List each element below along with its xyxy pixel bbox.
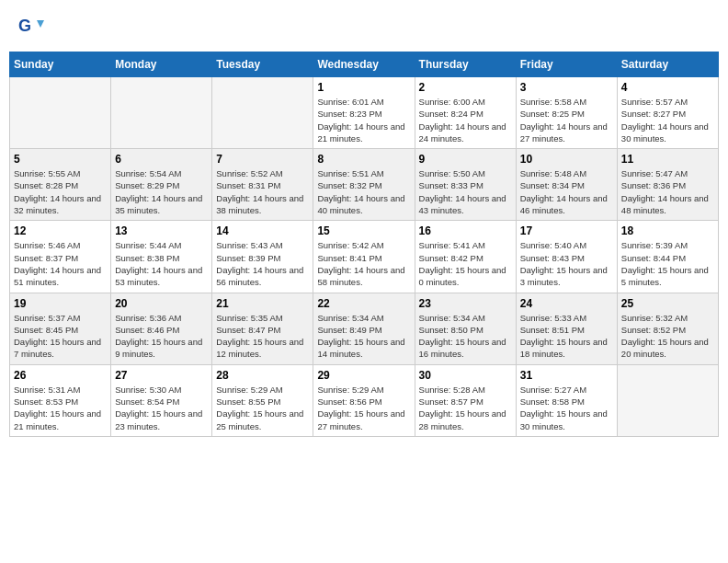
calendar-week-row: 19Sunrise: 5:37 AMSunset: 8:45 PMDayligh… xyxy=(10,293,719,364)
day-number: 16 xyxy=(419,224,512,237)
day-number: 22 xyxy=(317,297,410,310)
day-number: 12 xyxy=(14,224,107,237)
calendar-day: 7Sunrise: 5:52 AMSunset: 8:31 PMDaylight… xyxy=(212,149,313,221)
weekday-header: Saturday xyxy=(617,52,718,77)
page-header: G xyxy=(9,9,719,44)
day-info: Sunrise: 5:54 AMSunset: 8:29 PMDaylight:… xyxy=(115,167,208,216)
day-info: Sunrise: 5:57 AMSunset: 8:27 PMDaylight:… xyxy=(621,96,714,144)
calendar-day: 12Sunrise: 5:46 AMSunset: 8:37 PMDayligh… xyxy=(10,221,111,293)
calendar-day: 21Sunrise: 5:35 AMSunset: 8:47 PMDayligh… xyxy=(212,293,313,364)
day-info: Sunrise: 5:34 AMSunset: 8:50 PMDaylight:… xyxy=(419,312,512,361)
day-number: 11 xyxy=(621,153,714,166)
calendar-day: 8Sunrise: 5:51 AMSunset: 8:32 PMDaylight… xyxy=(313,149,415,221)
day-number: 1 xyxy=(317,81,410,94)
day-number: 24 xyxy=(520,297,613,310)
day-info: Sunrise: 5:42 AMSunset: 8:41 PMDaylight:… xyxy=(317,239,410,288)
day-info: Sunrise: 5:37 AMSunset: 8:45 PMDaylight:… xyxy=(14,312,107,361)
logo-icon: G xyxy=(17,13,44,40)
day-number: 5 xyxy=(14,153,107,166)
calendar-day: 22Sunrise: 5:34 AMSunset: 8:49 PMDayligh… xyxy=(313,293,415,364)
calendar-day: 30Sunrise: 5:28 AMSunset: 8:57 PMDayligh… xyxy=(415,364,516,436)
day-info: Sunrise: 5:52 AMSunset: 8:31 PMDaylight:… xyxy=(216,167,309,216)
calendar-day: 4Sunrise: 5:57 AMSunset: 8:27 PMDaylight… xyxy=(617,77,718,149)
day-number: 31 xyxy=(520,369,613,382)
calendar-day: 24Sunrise: 5:33 AMSunset: 8:51 PMDayligh… xyxy=(516,293,617,364)
day-number: 13 xyxy=(115,224,208,237)
calendar-day: 19Sunrise: 5:37 AMSunset: 8:45 PMDayligh… xyxy=(10,293,111,364)
calendar-day: 13Sunrise: 5:44 AMSunset: 8:38 PMDayligh… xyxy=(111,221,212,293)
day-info: Sunrise: 5:27 AMSunset: 8:58 PMDaylight:… xyxy=(520,384,613,432)
day-info: Sunrise: 5:47 AMSunset: 8:36 PMDaylight:… xyxy=(621,167,714,216)
day-number: 19 xyxy=(14,297,107,310)
weekday-header: Monday xyxy=(111,52,212,77)
svg-marker-1 xyxy=(37,20,44,28)
day-info: Sunrise: 6:01 AMSunset: 8:23 PMDaylight:… xyxy=(317,96,410,144)
calendar-day: 2Sunrise: 6:00 AMSunset: 8:24 PMDaylight… xyxy=(415,77,516,149)
day-number: 15 xyxy=(317,224,410,237)
calendar-day: 6Sunrise: 5:54 AMSunset: 8:29 PMDaylight… xyxy=(111,149,212,221)
day-info: Sunrise: 5:34 AMSunset: 8:49 PMDaylight:… xyxy=(317,312,410,361)
day-info: Sunrise: 6:00 AMSunset: 8:24 PMDaylight:… xyxy=(419,96,512,144)
calendar-day: 23Sunrise: 5:34 AMSunset: 8:50 PMDayligh… xyxy=(415,293,516,364)
day-info: Sunrise: 5:36 AMSunset: 8:46 PMDaylight:… xyxy=(115,312,208,361)
day-number: 17 xyxy=(520,224,613,237)
day-info: Sunrise: 5:31 AMSunset: 8:53 PMDaylight:… xyxy=(14,384,107,432)
calendar-day: 28Sunrise: 5:29 AMSunset: 8:55 PMDayligh… xyxy=(212,364,313,436)
calendar-day: 25Sunrise: 5:32 AMSunset: 8:52 PMDayligh… xyxy=(617,293,718,364)
day-number: 20 xyxy=(115,297,208,310)
day-number: 25 xyxy=(621,297,714,310)
calendar-day: 3Sunrise: 5:58 AMSunset: 8:25 PMDaylight… xyxy=(516,77,617,149)
calendar-day: 15Sunrise: 5:42 AMSunset: 8:41 PMDayligh… xyxy=(313,221,415,293)
day-number: 21 xyxy=(216,297,309,310)
day-info: Sunrise: 5:40 AMSunset: 8:43 PMDaylight:… xyxy=(520,239,613,288)
calendar-table: SundayMondayTuesdayWednesdayThursdayFrid… xyxy=(9,52,719,437)
day-info: Sunrise: 5:51 AMSunset: 8:32 PMDaylight:… xyxy=(317,167,410,216)
day-number: 9 xyxy=(419,153,512,166)
day-number: 23 xyxy=(419,297,512,310)
day-info: Sunrise: 5:29 AMSunset: 8:55 PMDaylight:… xyxy=(216,384,309,432)
day-number: 3 xyxy=(520,81,613,94)
day-number: 27 xyxy=(115,369,208,382)
calendar-day: 27Sunrise: 5:30 AMSunset: 8:54 PMDayligh… xyxy=(111,364,212,436)
calendar-week-row: 5Sunrise: 5:55 AMSunset: 8:28 PMDaylight… xyxy=(10,149,719,221)
calendar-day xyxy=(617,364,718,436)
day-info: Sunrise: 5:33 AMSunset: 8:51 PMDaylight:… xyxy=(520,312,613,361)
calendar-day: 18Sunrise: 5:39 AMSunset: 8:44 PMDayligh… xyxy=(617,221,718,293)
day-number: 8 xyxy=(317,153,410,166)
svg-text:G: G xyxy=(18,17,31,35)
logo: G xyxy=(17,13,46,40)
day-info: Sunrise: 5:28 AMSunset: 8:57 PMDaylight:… xyxy=(419,384,512,432)
day-info: Sunrise: 5:41 AMSunset: 8:42 PMDaylight:… xyxy=(419,239,512,288)
calendar-week-row: 12Sunrise: 5:46 AMSunset: 8:37 PMDayligh… xyxy=(10,221,719,293)
day-number: 14 xyxy=(216,224,309,237)
day-number: 4 xyxy=(621,81,714,94)
calendar-day xyxy=(10,77,111,149)
day-info: Sunrise: 5:50 AMSunset: 8:33 PMDaylight:… xyxy=(419,167,512,216)
weekday-header: Wednesday xyxy=(313,52,415,77)
calendar-day: 26Sunrise: 5:31 AMSunset: 8:53 PMDayligh… xyxy=(10,364,111,436)
day-number: 26 xyxy=(14,369,107,382)
day-info: Sunrise: 5:55 AMSunset: 8:28 PMDaylight:… xyxy=(14,167,107,216)
day-info: Sunrise: 5:48 AMSunset: 8:34 PMDaylight:… xyxy=(520,167,613,216)
day-number: 7 xyxy=(216,153,309,166)
day-info: Sunrise: 5:44 AMSunset: 8:38 PMDaylight:… xyxy=(115,239,208,288)
calendar-day xyxy=(212,77,313,149)
day-number: 6 xyxy=(115,153,208,166)
weekday-header: Tuesday xyxy=(212,52,313,77)
day-info: Sunrise: 5:39 AMSunset: 8:44 PMDaylight:… xyxy=(621,239,714,288)
day-number: 2 xyxy=(419,81,512,94)
calendar-week-row: 26Sunrise: 5:31 AMSunset: 8:53 PMDayligh… xyxy=(10,364,719,436)
calendar-day: 10Sunrise: 5:48 AMSunset: 8:34 PMDayligh… xyxy=(516,149,617,221)
day-info: Sunrise: 5:43 AMSunset: 8:39 PMDaylight:… xyxy=(216,239,309,288)
weekday-header-row: SundayMondayTuesdayWednesdayThursdayFrid… xyxy=(10,52,719,77)
calendar-day: 20Sunrise: 5:36 AMSunset: 8:46 PMDayligh… xyxy=(111,293,212,364)
calendar-day: 16Sunrise: 5:41 AMSunset: 8:42 PMDayligh… xyxy=(415,221,516,293)
calendar-day: 1Sunrise: 6:01 AMSunset: 8:23 PMDaylight… xyxy=(313,77,415,149)
day-number: 18 xyxy=(621,224,714,237)
day-info: Sunrise: 5:35 AMSunset: 8:47 PMDaylight:… xyxy=(216,312,309,361)
weekday-header: Friday xyxy=(516,52,617,77)
day-info: Sunrise: 5:32 AMSunset: 8:52 PMDaylight:… xyxy=(621,312,714,361)
day-info: Sunrise: 5:30 AMSunset: 8:54 PMDaylight:… xyxy=(115,384,208,432)
calendar-day: 29Sunrise: 5:29 AMSunset: 8:56 PMDayligh… xyxy=(313,364,415,436)
day-number: 28 xyxy=(216,369,309,382)
